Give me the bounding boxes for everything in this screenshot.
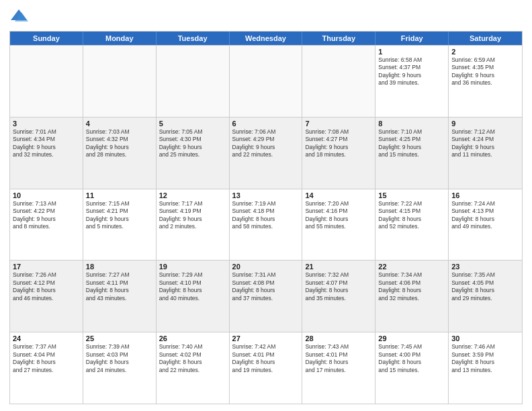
day-number: 30 (451, 334, 519, 342)
day-info: Sunrise: 6:59 AM Sunset: 4:35 PM Dayligh… (451, 56, 519, 87)
day-info: Sunrise: 7:08 AM Sunset: 4:27 PM Dayligh… (305, 128, 372, 159)
day-info: Sunrise: 7:46 AM Sunset: 3:59 PM Dayligh… (451, 343, 519, 374)
day-cell-10: 10Sunrise: 7:13 AM Sunset: 4:22 PM Dayli… (10, 189, 83, 261)
header-day-thursday: Thursday (302, 32, 375, 45)
day-info: Sunrise: 7:22 AM Sunset: 4:15 PM Dayligh… (378, 200, 445, 231)
day-cell-13: 13Sunrise: 7:19 AM Sunset: 4:18 PM Dayli… (230, 189, 303, 261)
day-number: 5 (159, 120, 226, 128)
day-info: Sunrise: 7:42 AM Sunset: 4:01 PM Dayligh… (232, 343, 300, 374)
day-number: 14 (305, 191, 372, 199)
day-cell-22: 22Sunrise: 7:34 AM Sunset: 4:06 PM Dayli… (375, 261, 449, 332)
day-number: 16 (451, 191, 519, 199)
day-info: Sunrise: 7:17 AM Sunset: 4:19 PM Dayligh… (159, 200, 226, 231)
day-info: Sunrise: 7:13 AM Sunset: 4:22 PM Dayligh… (13, 200, 80, 231)
header-day-monday: Monday (83, 32, 157, 45)
day-cell-17: 17Sunrise: 7:26 AM Sunset: 4:12 PM Dayli… (10, 261, 83, 332)
day-info: Sunrise: 7:24 AM Sunset: 4:13 PM Dayligh… (451, 200, 519, 231)
day-info: Sunrise: 7:29 AM Sunset: 4:10 PM Dayligh… (159, 271, 226, 302)
day-number: 17 (13, 263, 80, 271)
day-info: Sunrise: 7:37 AM Sunset: 4:04 PM Dayligh… (13, 343, 80, 374)
empty-cell (83, 46, 157, 117)
day-cell-29: 29Sunrise: 7:45 AM Sunset: 4:00 PM Dayli… (375, 332, 449, 404)
day-number: 22 (378, 263, 445, 271)
day-info: Sunrise: 7:06 AM Sunset: 4:29 PM Dayligh… (232, 128, 300, 159)
day-info: Sunrise: 7:39 AM Sunset: 4:03 PM Dayligh… (86, 343, 153, 374)
day-info: Sunrise: 7:34 AM Sunset: 4:06 PM Dayligh… (378, 271, 445, 302)
day-number: 8 (378, 120, 445, 128)
day-info: Sunrise: 7:43 AM Sunset: 4:01 PM Dayligh… (305, 343, 372, 374)
day-number: 11 (86, 191, 153, 199)
day-cell-1: 1Sunrise: 6:58 AM Sunset: 4:37 PM Daylig… (375, 46, 449, 117)
day-info: Sunrise: 7:05 AM Sunset: 4:30 PM Dayligh… (159, 128, 226, 159)
day-cell-6: 6Sunrise: 7:06 AM Sunset: 4:29 PM Daylig… (230, 118, 303, 189)
day-number: 23 (451, 263, 519, 271)
day-cell-9: 9Sunrise: 7:12 AM Sunset: 4:24 PM Daylig… (449, 118, 522, 189)
calendar-row-4: 17Sunrise: 7:26 AM Sunset: 4:12 PM Dayli… (10, 260, 522, 332)
day-number: 4 (86, 120, 153, 128)
day-cell-7: 7Sunrise: 7:08 AM Sunset: 4:27 PM Daylig… (302, 118, 375, 189)
day-number: 15 (378, 191, 445, 199)
day-cell-20: 20Sunrise: 7:31 AM Sunset: 4:08 PM Dayli… (230, 261, 303, 332)
day-cell-19: 19Sunrise: 7:29 AM Sunset: 4:10 PM Dayli… (157, 261, 230, 332)
day-cell-23: 23Sunrise: 7:35 AM Sunset: 4:05 PM Dayli… (449, 261, 522, 332)
day-number: 19 (159, 263, 226, 271)
day-cell-14: 14Sunrise: 7:20 AM Sunset: 4:16 PM Dayli… (302, 189, 375, 261)
day-info: Sunrise: 7:32 AM Sunset: 4:07 PM Dayligh… (305, 271, 372, 302)
day-info: Sunrise: 7:19 AM Sunset: 4:18 PM Dayligh… (232, 200, 300, 231)
day-cell-30: 30Sunrise: 7:46 AM Sunset: 3:59 PM Dayli… (449, 332, 522, 404)
calendar-body: 1Sunrise: 6:58 AM Sunset: 4:37 PM Daylig… (10, 45, 522, 404)
day-cell-16: 16Sunrise: 7:24 AM Sunset: 4:13 PM Dayli… (449, 189, 522, 261)
day-number: 21 (305, 263, 372, 271)
day-cell-24: 24Sunrise: 7:37 AM Sunset: 4:04 PM Dayli… (10, 332, 83, 404)
calendar: SundayMondayTuesdayWednesdayThursdayFrid… (9, 31, 523, 404)
day-number: 20 (232, 263, 300, 271)
day-info: Sunrise: 7:35 AM Sunset: 4:05 PM Dayligh… (451, 271, 519, 302)
calendar-row-2: 3Sunrise: 7:01 AM Sunset: 4:34 PM Daylig… (10, 117, 522, 189)
day-number: 24 (13, 334, 80, 342)
header-day-saturday: Saturday (449, 32, 522, 45)
header-day-friday: Friday (375, 32, 449, 45)
calendar-row-1: 1Sunrise: 6:58 AM Sunset: 4:37 PM Daylig… (10, 45, 522, 117)
day-info: Sunrise: 7:45 AM Sunset: 4:00 PM Dayligh… (378, 343, 445, 374)
calendar-page: SundayMondayTuesdayWednesdayThursdayFrid… (0, 0, 532, 411)
day-cell-26: 26Sunrise: 7:40 AM Sunset: 4:02 PM Dayli… (157, 332, 230, 404)
day-info: Sunrise: 7:03 AM Sunset: 4:32 PM Dayligh… (86, 128, 153, 159)
empty-cell (10, 46, 83, 117)
day-number: 27 (232, 334, 300, 342)
day-cell-3: 3Sunrise: 7:01 AM Sunset: 4:34 PM Daylig… (10, 118, 83, 189)
day-number: 18 (86, 263, 153, 271)
day-info: Sunrise: 7:27 AM Sunset: 4:11 PM Dayligh… (86, 271, 153, 302)
empty-cell (230, 46, 303, 117)
day-info: Sunrise: 7:12 AM Sunset: 4:24 PM Dayligh… (451, 128, 519, 159)
day-number: 13 (232, 191, 300, 199)
day-cell-25: 25Sunrise: 7:39 AM Sunset: 4:03 PM Dayli… (83, 332, 157, 404)
day-cell-5: 5Sunrise: 7:05 AM Sunset: 4:30 PM Daylig… (157, 118, 230, 189)
day-info: Sunrise: 7:20 AM Sunset: 4:16 PM Dayligh… (305, 200, 372, 231)
day-cell-28: 28Sunrise: 7:43 AM Sunset: 4:01 PM Dayli… (302, 332, 375, 404)
day-number: 1 (378, 48, 445, 56)
day-number: 29 (378, 334, 445, 342)
day-info: Sunrise: 6:58 AM Sunset: 4:37 PM Dayligh… (378, 56, 445, 87)
calendar-row-3: 10Sunrise: 7:13 AM Sunset: 4:22 PM Dayli… (10, 189, 522, 261)
day-cell-4: 4Sunrise: 7:03 AM Sunset: 4:32 PM Daylig… (83, 118, 157, 189)
logo (9, 7, 31, 26)
day-cell-27: 27Sunrise: 7:42 AM Sunset: 4:01 PM Dayli… (230, 332, 303, 404)
day-info: Sunrise: 7:15 AM Sunset: 4:21 PM Dayligh… (86, 200, 153, 231)
day-info: Sunrise: 7:31 AM Sunset: 4:08 PM Dayligh… (232, 271, 300, 302)
day-number: 3 (13, 120, 80, 128)
header-day-sunday: Sunday (10, 32, 83, 45)
day-cell-18: 18Sunrise: 7:27 AM Sunset: 4:11 PM Dayli… (83, 261, 157, 332)
day-cell-8: 8Sunrise: 7:10 AM Sunset: 4:25 PM Daylig… (375, 118, 449, 189)
calendar-header: SundayMondayTuesdayWednesdayThursdayFrid… (10, 32, 522, 45)
empty-cell (302, 46, 375, 117)
header-day-wednesday: Wednesday (230, 32, 303, 45)
day-info: Sunrise: 7:40 AM Sunset: 4:02 PM Dayligh… (159, 343, 226, 374)
day-number: 25 (86, 334, 153, 342)
day-info: Sunrise: 7:01 AM Sunset: 4:34 PM Dayligh… (13, 128, 80, 159)
day-cell-21: 21Sunrise: 7:32 AM Sunset: 4:07 PM Dayli… (302, 261, 375, 332)
day-number: 12 (159, 191, 226, 199)
day-cell-12: 12Sunrise: 7:17 AM Sunset: 4:19 PM Dayli… (157, 189, 230, 261)
page-header (9, 7, 523, 26)
day-number: 7 (305, 120, 372, 128)
day-info: Sunrise: 7:26 AM Sunset: 4:12 PM Dayligh… (13, 271, 80, 302)
